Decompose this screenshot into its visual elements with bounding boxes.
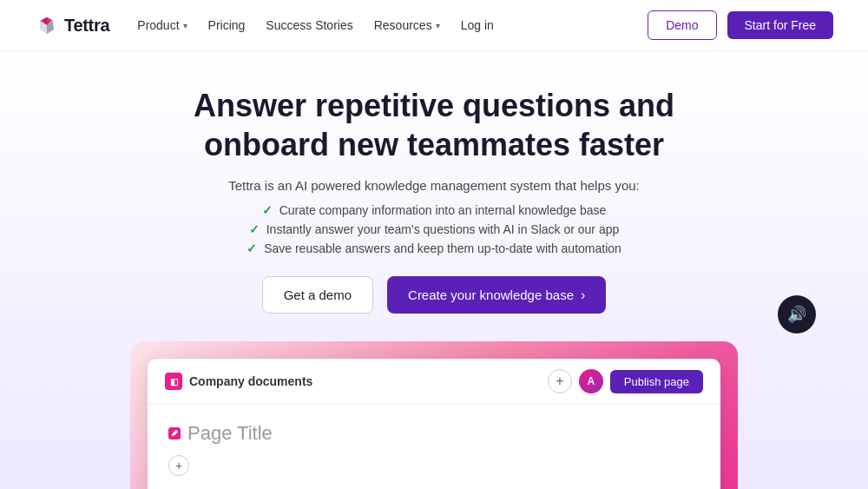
- app-title-icon: ◧: [165, 373, 182, 390]
- logo-icon: [35, 13, 59, 37]
- nav-actions: Demo Start for Free: [648, 10, 833, 40]
- start-free-button[interactable]: Start for Free: [727, 11, 833, 39]
- arrow-icon: ›: [581, 287, 585, 303]
- nav-item-success-stories[interactable]: Success Stories: [266, 18, 352, 32]
- sound-icon: 🔊: [787, 305, 806, 324]
- app-title-text: Company documents: [189, 374, 312, 388]
- create-knowledge-base-button[interactable]: Create your knowledge base ›: [387, 276, 606, 314]
- chevron-down-icon: ▾: [183, 21, 187, 30]
- nav-item-pricing[interactable]: Pricing: [208, 18, 246, 32]
- app-preview-outer: ◧ Company documents + A Publish page: [130, 341, 738, 489]
- chevron-down-icon-resources: ▾: [436, 21, 440, 30]
- app-title: ◧ Company documents: [165, 373, 312, 390]
- nav-item-resources[interactable]: Resources ▾: [374, 18, 440, 32]
- feature-item-2: Instantly answer your team's questions w…: [17, 222, 851, 236]
- publish-page-button[interactable]: Publish page: [610, 370, 703, 393]
- hero-subtext: Tettra is an AI powered knowledge manage…: [17, 178, 851, 193]
- nav-item-product[interactable]: Product ▾: [137, 18, 187, 32]
- sound-button[interactable]: 🔊: [778, 295, 816, 334]
- add-block-button[interactable]: +: [168, 455, 189, 476]
- add-collaborator-button[interactable]: +: [548, 369, 572, 393]
- page-title-field[interactable]: Page Title: [168, 422, 700, 445]
- navbar: Tettra Product ▾ Pricing Success Stories…: [0, 0, 868, 51]
- hero-section: Answer repetitive questions and onboard …: [0, 51, 868, 489]
- app-preview-container: ◧ Company documents + A Publish page: [130, 341, 738, 489]
- app-window: ◧ Company documents + A Publish page: [148, 359, 720, 489]
- app-window-header: ◧ Company documents + A Publish page: [148, 359, 720, 405]
- logo[interactable]: Tettra: [35, 13, 109, 37]
- avatar: A: [579, 369, 603, 393]
- hero-headline: Answer repetitive questions and onboard …: [174, 86, 694, 164]
- get-demo-button[interactable]: Get a demo: [262, 276, 373, 314]
- features-list: Curate company information into an inter…: [17, 203, 851, 255]
- feature-item-1: Curate company information into an inter…: [17, 203, 851, 217]
- logo-text: Tettra: [64, 16, 109, 36]
- demo-button[interactable]: Demo: [648, 10, 716, 40]
- nav-item-login[interactable]: Log in: [461, 18, 494, 32]
- app-window-body: Page Title +: [148, 405, 720, 489]
- nav-links: Product ▾ Pricing Success Stories Resour…: [137, 18, 648, 32]
- page-title-edit-icon: [168, 422, 181, 445]
- app-header-right: + A Publish page: [548, 369, 703, 393]
- feature-item-3: Save reusable answers and keep them up-t…: [17, 241, 851, 255]
- hero-buttons: Get a demo Create your knowledge base ›: [17, 276, 851, 314]
